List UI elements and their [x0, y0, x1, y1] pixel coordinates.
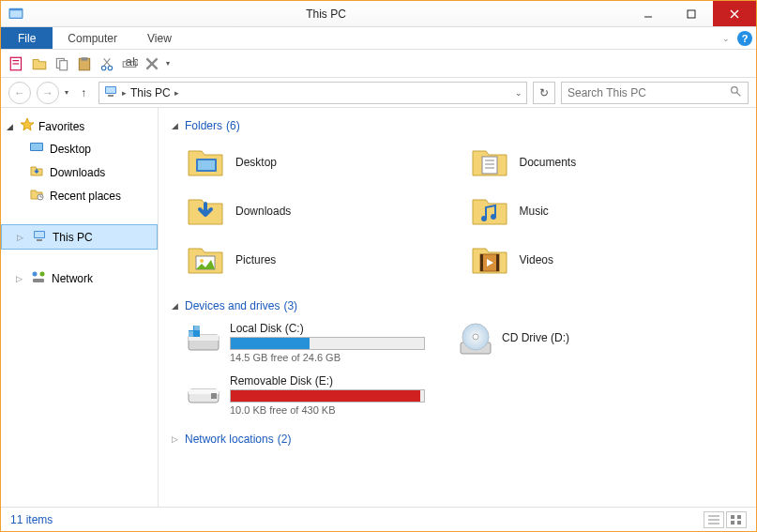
view-details-button[interactable] [704, 511, 724, 528]
thispc-icon [32, 228, 47, 246]
ribbon-minimize-chevron-icon[interactable]: ⌄ [719, 27, 734, 49]
drive-usage-bar [230, 337, 425, 350]
ribbon-tab-view[interactable]: View [132, 27, 187, 49]
star-icon [20, 117, 35, 135]
quick-toolbar-dropdown-icon[interactable]: ▾ [166, 59, 170, 68]
svg-point-44 [481, 216, 487, 221]
svg-rect-69 [737, 515, 741, 519]
folder-name: Downloads [235, 205, 291, 218]
expand-arrow-icon[interactable]: ▷ [16, 274, 25, 283]
chevron-right-icon[interactable]: ▸ [122, 88, 127, 98]
expand-arrow-icon[interactable]: ▷ [172, 434, 181, 444]
search-input[interactable] [568, 86, 730, 99]
svg-text:ab: ab [126, 55, 139, 68]
section-count: (3) [283, 299, 297, 312]
recent-icon [29, 187, 44, 205]
sidebar-item-recent-places[interactable]: Recent places [1, 184, 158, 207]
titlebar: This PC [1, 1, 756, 27]
svg-rect-37 [33, 279, 44, 282]
drive-name: Removable Disk (E:) [230, 374, 425, 388]
ribbon-file-tab[interactable]: File [1, 27, 53, 49]
svg-rect-1 [10, 10, 23, 18]
sidebar-item-downloads[interactable]: Downloads [1, 160, 158, 184]
search-box[interactable] [561, 82, 749, 104]
sidebar-favorites-header[interactable]: ◢ Favorites [1, 115, 158, 137]
sidebar-thispc-group: ▷ This PC [1, 224, 158, 250]
folder-documents[interactable]: Documents [467, 140, 744, 185]
drive-cd-d[interactable]: CD Drive (D:) [455, 316, 643, 365]
refresh-button[interactable]: ↻ [533, 82, 555, 104]
svg-rect-57 [189, 331, 193, 337]
maximize-button[interactable] [670, 1, 713, 26]
section-drives-header[interactable]: ◢ Devices and drives (3) [172, 296, 743, 316]
content-pane: ◢ Folders (6) Desktop Documents Download… [159, 108, 756, 507]
svg-rect-28 [31, 144, 42, 150]
open-icon[interactable] [31, 55, 48, 72]
collapse-arrow-icon[interactable]: ◢ [7, 122, 16, 131]
rename-icon[interactable]: ab [121, 55, 138, 72]
sidebar-network-group: ▷ Network [1, 266, 158, 290]
sidebar-item-label: Network [52, 272, 93, 285]
drive-usage-fill [231, 390, 420, 402]
videos-folder-icon [469, 239, 510, 281]
section-count: (6) [226, 119, 240, 132]
folder-name: Videos [520, 253, 553, 266]
folder-downloads[interactable]: Downloads [183, 189, 460, 234]
svg-point-47 [200, 259, 204, 263]
collapse-arrow-icon[interactable]: ◢ [172, 301, 181, 311]
sidebar-item-thispc[interactable]: ▷ This PC [1, 224, 158, 250]
svg-rect-49 [480, 254, 483, 271]
ribbon-tab-computer[interactable]: Computer [53, 27, 132, 49]
hard-drive-icon [185, 322, 222, 359]
svg-rect-12 [82, 57, 88, 60]
forward-button[interactable]: → [37, 82, 59, 104]
view-icons-button[interactable] [726, 511, 747, 528]
copy-icon[interactable] [53, 55, 70, 72]
section-folders-header[interactable]: ◢ Folders (6) [172, 115, 743, 136]
svg-rect-39 [198, 160, 215, 170]
search-icon[interactable] [730, 85, 742, 100]
drive-info: Local Disk (C:) 14.5 GB free of 24.6 GB [230, 322, 425, 363]
folder-videos[interactable]: Videos [467, 237, 744, 282]
svg-rect-68 [731, 515, 734, 519]
properties-icon[interactable] [8, 55, 25, 72]
navigation-pane: ◢ Favorites Desktop Downloads Recent pla… [1, 108, 159, 507]
sidebar-item-label: Downloads [50, 166, 105, 179]
folder-pictures[interactable]: Pictures [183, 237, 460, 282]
expand-arrow-icon[interactable]: ▷ [17, 233, 26, 242]
svg-point-35 [33, 272, 38, 277]
folder-name: Desktop [235, 156, 277, 169]
svg-rect-10 [60, 60, 68, 69]
breadcrumb-current[interactable]: This PC [130, 86, 171, 99]
sidebar-item-network[interactable]: ▷ Network [1, 266, 158, 290]
up-button[interactable]: ↑ [74, 84, 93, 102]
folder-desktop[interactable]: Desktop [183, 140, 460, 185]
window-system-icon[interactable] [7, 5, 25, 23]
section-label: Devices and drives [185, 299, 280, 312]
chevron-right-icon[interactable]: ▸ [174, 88, 179, 98]
svg-rect-3 [688, 10, 695, 18]
sidebar-item-label: Desktop [50, 143, 91, 156]
svg-point-45 [491, 214, 496, 220]
close-button[interactable] [713, 1, 756, 26]
minimize-button[interactable] [627, 1, 670, 26]
delete-icon[interactable] [144, 55, 160, 72]
section-network-locations-header[interactable]: ▷ Network locations (2) [172, 429, 743, 449]
paste-icon[interactable] [76, 55, 93, 72]
collapse-arrow-icon[interactable]: ◢ [172, 121, 181, 130]
back-button[interactable]: ← [8, 82, 31, 104]
removable-drive-icon [185, 374, 222, 412]
cut-icon[interactable] [98, 55, 115, 72]
drive-removable-e[interactable]: Removable Disk (E:) 10.0 KB free of 430 … [183, 369, 427, 421]
svg-point-36 [40, 272, 45, 277]
body: ◢ Favorites Desktop Downloads Recent pla… [1, 108, 756, 507]
address-bar[interactable]: ▸ This PC ▸ ⌄ [98, 82, 527, 104]
drive-local-c[interactable]: Local Disk (C:) 14.5 GB free of 24.6 GB [183, 316, 427, 369]
address-dropdown-icon[interactable]: ⌄ [515, 88, 522, 98]
drive-info: CD Drive (D:) [502, 322, 641, 346]
sidebar-item-desktop[interactable]: Desktop [1, 137, 158, 160]
sidebar-favorites-label: Favorites [38, 120, 84, 133]
help-button[interactable]: ? [734, 27, 756, 49]
folder-music[interactable]: Music [467, 189, 744, 234]
history-dropdown-icon[interactable]: ▾ [65, 88, 68, 97]
